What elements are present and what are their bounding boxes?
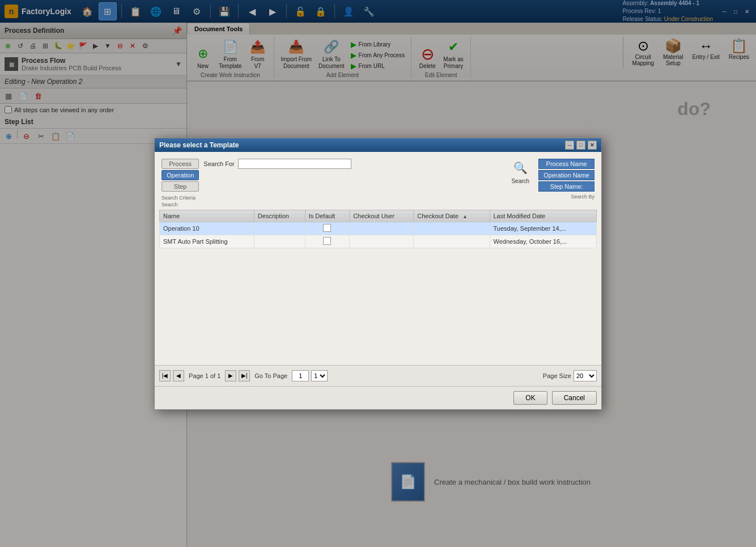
row-checkout-user [350, 235, 414, 248]
row-checkout-date [414, 235, 490, 248]
operation-nav-button[interactable]: Operation [162, 170, 199, 180]
search-criteria: Process Operation Step Search Criteria S… [162, 159, 199, 207]
row-description [254, 235, 305, 248]
next-page-button[interactable]: ▶ [225, 370, 236, 381]
modal-minimize-button[interactable]: ─ [565, 141, 574, 150]
checkout-date-column-header[interactable]: Checkout Date ▲ [414, 210, 490, 222]
search-btn-area: 🔍 Search [511, 159, 529, 184]
modal-close-button[interactable]: ✕ [588, 141, 597, 150]
cancel-button[interactable]: Cancel [552, 391, 597, 405]
go-to-page-label: Go To Page [254, 372, 287, 379]
page-size-section: Page Size 20 50 100 [543, 370, 597, 381]
search-row: Process Operation Step Search Criteria S… [159, 156, 597, 210]
template-selection-modal: Please select a Template ─ □ ✕ Process O… [154, 138, 602, 410]
search-by-label: Search By [538, 194, 594, 200]
prev-page-button[interactable]: ◀ [173, 370, 184, 381]
step-name-filter[interactable]: Step Name: [538, 181, 594, 192]
operation-name-filter[interactable]: Operation Name [538, 170, 594, 180]
page-size-select[interactable]: 20 50 100 [574, 370, 597, 381]
search-for-row: Search For [203, 159, 507, 169]
row-checkout-date [414, 222, 490, 235]
first-page-button[interactable]: |◀ [159, 370, 171, 381]
table-row[interactable]: Operation 10 Tuesday, September 14,... [160, 222, 597, 235]
last-page-button[interactable]: ▶| [239, 370, 250, 381]
description-column-header[interactable]: Description [254, 210, 305, 222]
pagination: |◀ ◀ Page 1 of 1 ▶ ▶| Go To Page 1 Page … [155, 365, 601, 386]
is-default-column-header[interactable]: Is Default [305, 210, 349, 222]
search-criteria-label: Search Criteria [162, 195, 199, 201]
table-body: Operation 10 Tuesday, September 14,... S… [160, 222, 597, 248]
modal-title: Please select a Template [159, 141, 239, 149]
modal-footer: OK Cancel [155, 386, 601, 409]
results-table: Name Description Is Default Checkout Use… [159, 210, 597, 248]
search-input-area: Search For [203, 159, 507, 169]
page-label: Page 1 of 1 [189, 372, 220, 379]
step-nav-button[interactable]: Step [162, 181, 199, 192]
row-description [254, 222, 305, 235]
search-label: Search [162, 202, 199, 207]
row-last-modified: Wednesday, October 16,... [490, 235, 597, 248]
page-size-label: Page Size [543, 372, 571, 379]
modal-titlebar: Please select a Template ─ □ ✕ [155, 138, 601, 152]
row-checkout-user [350, 222, 414, 235]
name-column-header[interactable]: Name [160, 210, 254, 222]
table-row[interactable]: SMT Auto Part Splitting Wednesday, Octob… [160, 235, 597, 248]
row-name: Operation 10 [160, 222, 254, 235]
search-for-input[interactable] [238, 159, 351, 169]
last-modified-column-header[interactable]: Last Modified Date [490, 210, 597, 222]
row-is-default [305, 235, 349, 248]
row-is-default [305, 222, 349, 235]
page-go-dropdown[interactable]: 1 [311, 370, 328, 381]
checkout-user-column-header[interactable]: Checkout User [350, 210, 414, 222]
table-header-row: Name Description Is Default Checkout Use… [160, 210, 597, 222]
modal-window-controls: ─ □ ✕ [565, 141, 597, 150]
row-last-modified: Tuesday, September 14,... [490, 222, 597, 235]
ok-button[interactable]: OK [513, 391, 547, 405]
modal-restore-button[interactable]: □ [576, 141, 585, 150]
search-button[interactable]: 🔍 [511, 159, 529, 177]
row-name: SMT Auto Part Splitting [160, 235, 254, 248]
search-button-label: Search [511, 178, 529, 184]
search-for-label: Search For [203, 160, 234, 167]
process-nav-button[interactable]: Process [162, 159, 199, 169]
modal-body: Process Operation Step Search Criteria S… [155, 152, 601, 365]
modal-overlay: Please select a Template ─ □ ✕ Process O… [0, 0, 756, 547]
process-name-filter[interactable]: Process Name [538, 159, 594, 169]
go-to-page-input[interactable] [292, 370, 309, 381]
search-by-section: Process Name Operation Name Step Name: S… [538, 159, 594, 200]
